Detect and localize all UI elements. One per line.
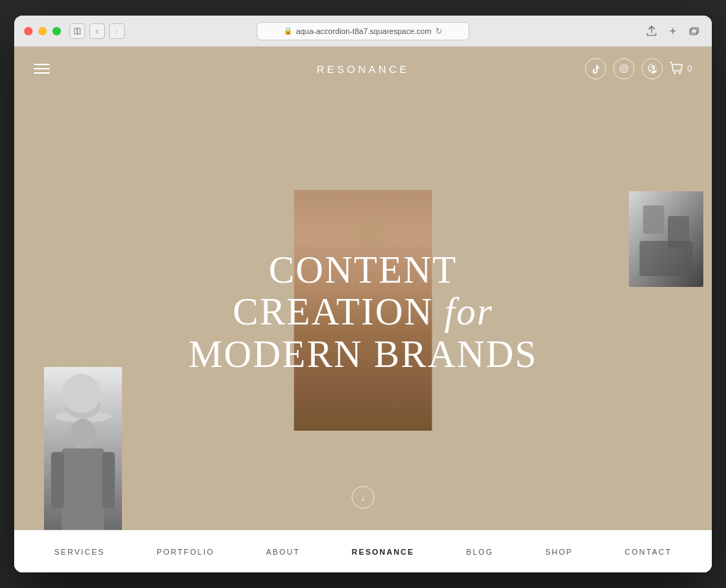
pinterest-icon[interactable]	[642, 58, 663, 79]
svg-rect-14	[62, 448, 104, 530]
traffic-lights	[24, 27, 61, 35]
hamburger-menu[interactable]	[34, 64, 50, 74]
nav-blog[interactable]: BLOG	[466, 548, 493, 556]
svg-rect-19	[643, 205, 664, 234]
svg-point-6	[626, 66, 627, 67]
title-bar: ‹ › 🔒 aqua-accordion-t8a7.squarespace.co…	[14, 16, 712, 47]
share-button[interactable]	[644, 23, 659, 39]
address-bar[interactable]: 🔒 aqua-accordion-t8a7.squarespace.com ↻	[257, 22, 469, 40]
browser-actions: +	[644, 23, 702, 39]
cart-button[interactable]: 0	[670, 62, 692, 76]
svg-point-13	[70, 419, 96, 450]
hero-text: CONTENT CREATION for MODERN BRANDS	[189, 249, 538, 375]
sidebar-toggle-button[interactable]	[69, 23, 85, 39]
svg-point-5	[622, 67, 626, 71]
cart-count: 0	[687, 64, 692, 74]
windows-button[interactable]	[686, 23, 702, 39]
nav-services[interactable]: SERVICES	[54, 548, 104, 556]
svg-rect-16	[102, 452, 115, 509]
scroll-down-icon: ↓	[361, 492, 366, 503]
svg-point-7	[674, 72, 676, 74]
nav-contact[interactable]: CONTACT	[625, 548, 671, 556]
nav-resonance[interactable]: RESONANCE	[352, 548, 414, 556]
site-content: RESONANCE	[14, 47, 712, 572]
back-button[interactable]: ‹	[89, 23, 105, 39]
maximize-button[interactable]	[52, 27, 61, 35]
hero-line3: MODERN BRANDS	[189, 334, 538, 375]
nav-shop[interactable]: SHOP	[545, 548, 573, 556]
lock-icon: 🔒	[284, 27, 292, 35]
tiktok-icon[interactable]	[585, 58, 606, 79]
header-right: 0	[585, 58, 692, 79]
nav-portfolio[interactable]: PORTFOLIO	[157, 548, 214, 556]
hero-line1: CONTENT	[189, 249, 538, 291]
site-logo[interactable]: RESONANCE	[316, 63, 409, 75]
hero-line2: CREATION for	[189, 292, 538, 334]
hero-section: CONTENT CREATION for MODERN BRANDS ↓	[14, 91, 712, 530]
new-tab-button[interactable]: +	[665, 23, 681, 39]
svg-rect-21	[640, 241, 693, 276]
url-text: aqua-accordion-t8a7.squarespace.com	[296, 27, 432, 35]
close-button[interactable]	[24, 27, 33, 35]
minimize-button[interactable]	[38, 27, 47, 35]
svg-rect-1	[77, 28, 80, 34]
svg-rect-15	[51, 452, 64, 509]
svg-rect-0	[74, 28, 77, 34]
nav-controls: ‹ ›	[69, 23, 125, 39]
reload-icon[interactable]: ↻	[435, 26, 442, 36]
site-footer: SERVICES PORTFOLIO ABOUT RESONANCE BLOG …	[14, 530, 712, 572]
forward-button[interactable]: ›	[109, 23, 125, 39]
site-header: RESONANCE	[14, 47, 712, 91]
instagram-icon[interactable]	[613, 58, 635, 79]
scroll-down-button[interactable]: ↓	[352, 486, 374, 509]
hero-left-image	[44, 367, 122, 530]
nav-about[interactable]: ABOUT	[266, 548, 300, 556]
svg-point-12	[65, 393, 101, 419]
svg-point-8	[679, 72, 681, 74]
hero-right-image	[629, 191, 703, 287]
svg-rect-4	[620, 65, 627, 72]
browser-window: ‹ › 🔒 aqua-accordion-t8a7.squarespace.co…	[14, 16, 712, 572]
